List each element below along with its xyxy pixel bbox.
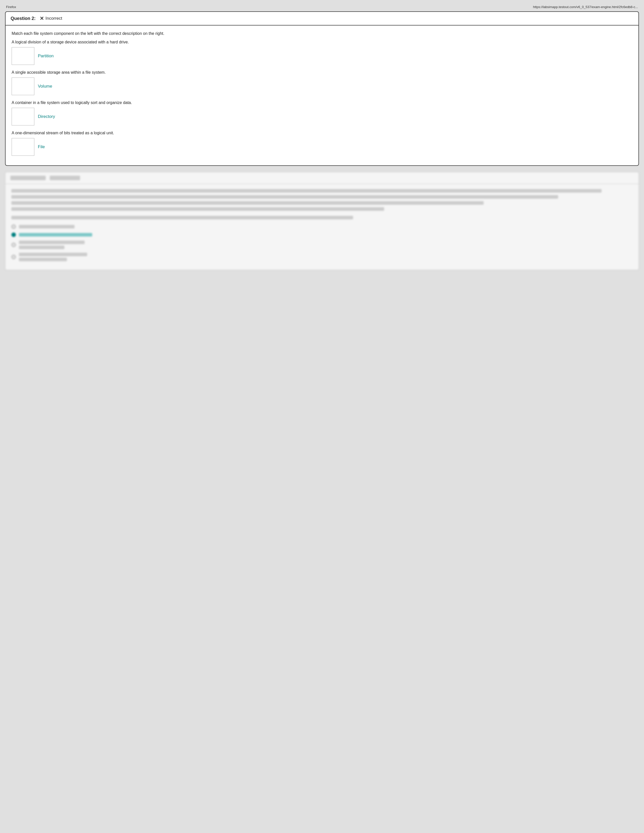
q3-option-2 xyxy=(11,233,633,237)
question-2-header: Question 2: ✕ Incorrect xyxy=(6,12,638,26)
question-3-status xyxy=(50,176,80,180)
file-label: File xyxy=(38,145,45,150)
question-3-card xyxy=(5,172,639,270)
q3-line-1 xyxy=(11,189,602,193)
q3-option-4-text xyxy=(19,252,87,261)
q3-question-line xyxy=(11,216,353,219)
q3-option-3-text xyxy=(19,241,85,249)
question-2-instruction: Match each file system component on the … xyxy=(11,31,633,37)
volume-drag-box[interactable] xyxy=(11,77,34,95)
q3-option-1-text xyxy=(19,225,74,228)
q3-line-3 xyxy=(11,201,484,205)
question-2-status: ✕ Incorrect xyxy=(40,15,62,21)
match-row-partition: A logical division of a storage device a… xyxy=(11,39,633,65)
q3-option-4 xyxy=(11,252,633,261)
q3-radio-4 xyxy=(11,255,16,259)
question-2-card: Question 2: ✕ Incorrect Match each file … xyxy=(5,11,639,166)
directory-drag-box[interactable] xyxy=(11,108,34,125)
q3-option-2-text xyxy=(19,233,92,236)
volume-description: A single accessible storage area within … xyxy=(11,69,633,76)
file-drag-box[interactable] xyxy=(11,138,34,156)
directory-label: Directory xyxy=(38,114,55,119)
match-row-volume: A single accessible storage area within … xyxy=(11,69,633,95)
directory-description: A container in a file system used to log… xyxy=(11,100,633,106)
volume-label: Volume xyxy=(38,84,52,89)
q3-radio-2 xyxy=(11,233,16,237)
q3-radio-3 xyxy=(11,243,16,247)
file-description: A one-dimensional stream of bits treated… xyxy=(11,130,633,136)
file-match-item: File xyxy=(11,138,633,156)
partition-drag-box[interactable] xyxy=(11,47,34,65)
browser-bar: Firefox https://labsimapp.testout.com/v6… xyxy=(5,5,639,9)
q3-option-1 xyxy=(11,224,633,229)
question-2-status-label: Incorrect xyxy=(45,16,62,21)
question-3-header xyxy=(5,172,639,184)
q3-radio-1 xyxy=(11,224,16,229)
match-row-file: A one-dimensional stream of bits treated… xyxy=(11,130,633,156)
partition-description: A logical division of a storage device a… xyxy=(11,39,633,45)
question-2-body: Match each file system component on the … xyxy=(6,26,638,165)
match-row-directory: A container in a file system used to log… xyxy=(11,100,633,125)
volume-match-item: Volume xyxy=(11,77,633,95)
q3-option-3 xyxy=(11,241,633,249)
incorrect-x-icon: ✕ xyxy=(40,15,44,21)
partition-label: Partition xyxy=(38,53,53,59)
browser-app-name: Firefox xyxy=(6,5,16,9)
question-3-body xyxy=(5,184,639,270)
q3-line-2 xyxy=(11,195,558,199)
q3-line-4 xyxy=(11,207,384,211)
partition-match-item: Partition xyxy=(11,47,633,65)
question-2-title: Question 2: xyxy=(11,16,35,21)
browser-url: https://labsimapp.testout.com/v6_0_537/e… xyxy=(533,5,638,9)
directory-match-item: Directory xyxy=(11,108,633,125)
question-3-title xyxy=(10,176,46,180)
